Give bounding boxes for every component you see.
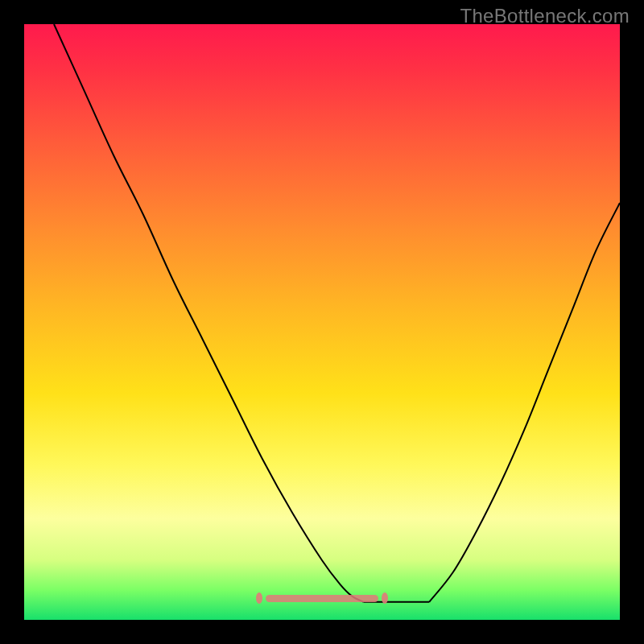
plot-area	[24, 24, 620, 620]
series-left-curve	[54, 24, 364, 602]
chart-frame: TheBottleneck.com	[0, 0, 644, 644]
chart-curves	[24, 24, 620, 620]
series-right-curve	[429, 203, 620, 602]
